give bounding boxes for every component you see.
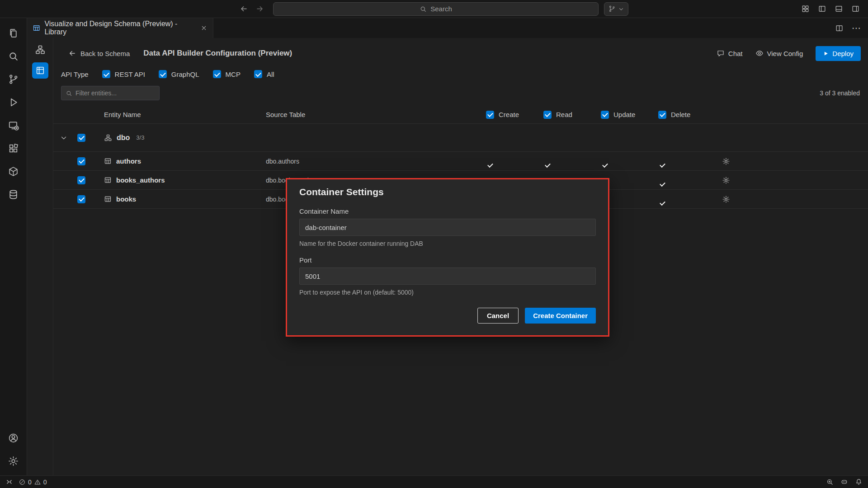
back-to-schema-label: Back to Schema [80, 50, 130, 57]
dialog-title: Container Settings [299, 187, 596, 197]
delete-column-checkbox[interactable] [658, 111, 666, 119]
chevron-down-icon [618, 6, 624, 12]
schema-tab-icon [33, 24, 40, 32]
schema-group-row: dbo 3/3 [53, 124, 868, 152]
eye-icon [755, 49, 764, 57]
sql-projects-icon[interactable] [3, 160, 24, 183]
row-select-checkbox[interactable] [77, 176, 85, 184]
group-select-checkbox[interactable] [77, 134, 85, 142]
schema-group-name: dbo [117, 134, 130, 142]
row-settings-gear-icon[interactable] [716, 157, 868, 165]
entity-name-column-header: Entity Name [94, 111, 266, 118]
api-type-label: API Type [61, 70, 89, 78]
layout-control-dropdown[interactable] [604, 2, 628, 16]
row-settings-gear-icon[interactable] [716, 176, 868, 184]
graphql-option[interactable]: GraphQL [159, 70, 199, 78]
port-help: Port to expose the API on (default: 5000… [299, 289, 596, 296]
zoom-icon[interactable] [826, 478, 834, 486]
extensions-icon[interactable] [3, 137, 24, 160]
play-icon [823, 51, 829, 56]
container-name-input[interactable] [299, 219, 596, 236]
collapse-chevron-icon[interactable] [53, 134, 74, 142]
source-table-cell: dbo.authors [266, 158, 486, 165]
back-arrow-icon [68, 49, 76, 57]
search-view-icon[interactable] [3, 45, 24, 68]
schema-icon [104, 134, 112, 142]
filter-row: 3 of 3 enabled [61, 86, 860, 100]
create-column-checkbox[interactable] [486, 111, 494, 119]
warning-icon [34, 479, 41, 486]
error-count: 0 [28, 479, 32, 486]
rest-api-checkbox[interactable] [102, 70, 110, 78]
forward-arrow-icon[interactable] [255, 5, 264, 13]
chat-button[interactable]: Chat [717, 49, 743, 57]
more-actions-icon[interactable]: ⋯ [852, 23, 861, 33]
filter-entities-field[interactable] [61, 86, 160, 100]
schema-designer-view-icon[interactable] [32, 42, 48, 58]
api-type-row: API Type REST API GraphQL MCP [61, 69, 861, 80]
copilot-icon[interactable] [840, 478, 848, 486]
branch-icon [608, 5, 616, 13]
back-to-schema-link[interactable]: Back to Schema [68, 49, 130, 57]
search-icon [420, 5, 427, 13]
tab-bar: Visualize and Design Schema (Preview) - … [27, 18, 868, 38]
command-center-search[interactable]: Search [273, 2, 599, 16]
tab-close-icon[interactable] [200, 24, 208, 32]
read-column-checkbox[interactable] [543, 111, 552, 119]
port-input[interactable] [299, 267, 596, 285]
view-config-button[interactable]: View Config [755, 49, 803, 57]
error-icon [19, 479, 26, 486]
source-table-column-header: Source Table [266, 111, 486, 118]
split-editor-icon[interactable] [835, 24, 844, 33]
create-container-button[interactable]: Create Container [525, 308, 596, 324]
title-bar: Search [0, 0, 868, 18]
filter-entities-input[interactable] [75, 89, 155, 97]
deploy-button[interactable]: Deploy [816, 46, 861, 61]
problems-status[interactable]: 0 0 [19, 479, 47, 486]
explorer-icon[interactable] [3, 22, 24, 45]
update-column-checkbox[interactable] [601, 111, 609, 119]
notifications-bell-icon[interactable] [855, 478, 863, 486]
tab-visualize-design-schema[interactable]: Visualize and Design Schema (Preview) - … [27, 18, 213, 38]
toggle-panel-icon[interactable] [835, 5, 843, 13]
settings-gear-icon[interactable] [3, 450, 24, 473]
container-name-help: Name for the Docker container running DA… [299, 240, 596, 247]
all-checkbox[interactable] [254, 70, 262, 78]
row-select-checkbox[interactable] [77, 157, 85, 165]
container-name-field-section: Container Name Name for the Docker conta… [299, 207, 596, 247]
table-row-authors: authors dbo.authors [53, 152, 868, 171]
remote-explorer-icon[interactable] [3, 114, 24, 137]
mcp-checkbox[interactable] [213, 70, 221, 78]
table-icon [104, 176, 112, 184]
tab-title: Visualize and Design Schema (Preview) - … [44, 20, 196, 36]
page-title: Data API Builder Configuration (Preview) [143, 49, 292, 58]
warning-count: 0 [43, 479, 47, 486]
all-option[interactable]: All [254, 70, 274, 78]
toggle-sidebar-icon[interactable] [818, 5, 826, 13]
container-name-label: Container Name [299, 207, 596, 215]
rest-api-option[interactable]: REST API [102, 70, 145, 78]
table-icon [104, 195, 112, 203]
cancel-button[interactable]: Cancel [477, 308, 519, 324]
table-icon [104, 157, 112, 165]
run-debug-icon[interactable] [3, 91, 24, 114]
remote-indicator-icon[interactable] [5, 478, 13, 486]
status-bar: 0 0 [0, 475, 868, 488]
enabled-summary: 3 of 3 enabled [820, 89, 860, 97]
database-view-icon[interactable] [3, 183, 24, 206]
mcp-option[interactable]: MCP [213, 70, 241, 78]
activity-bar [0, 18, 27, 475]
source-control-icon[interactable] [3, 68, 24, 91]
dab-config-view-icon[interactable] [32, 62, 48, 79]
container-settings-dialog: Container Settings Container Name Name f… [286, 178, 609, 337]
customize-layout-icon[interactable] [801, 5, 810, 13]
port-label: Port [299, 256, 596, 264]
row-select-checkbox[interactable] [77, 195, 85, 203]
toggle-secondary-sidebar-icon[interactable] [851, 5, 860, 13]
row-settings-gear-icon[interactable] [716, 195, 868, 203]
graphql-checkbox[interactable] [159, 70, 167, 78]
account-icon[interactable] [3, 427, 24, 450]
schema-group-count: 3/3 [136, 134, 144, 141]
editor-side-strip [27, 38, 53, 475]
back-arrow-icon[interactable] [240, 5, 248, 13]
